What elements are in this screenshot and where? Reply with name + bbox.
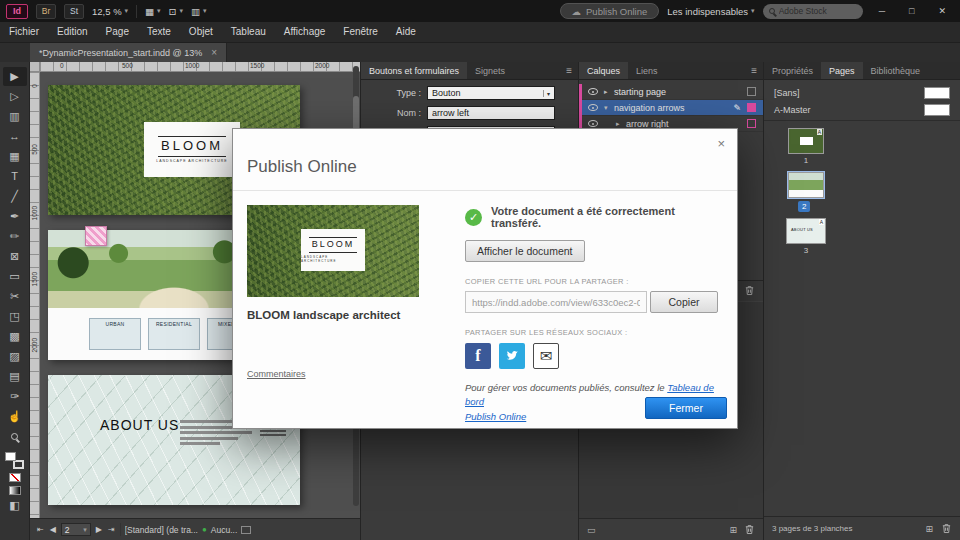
master-thumbnail[interactable] (924, 87, 950, 99)
menu-page[interactable]: Page (97, 22, 138, 42)
trash-icon[interactable] (941, 523, 952, 534)
new-page-icon[interactable]: ⊞ (925, 524, 933, 534)
fermer-button[interactable]: Fermer (645, 397, 727, 419)
share-url-input[interactable] (472, 293, 640, 313)
trash-icon[interactable] (744, 524, 755, 535)
rectangle-frame-tool[interactable]: ⊠ (3, 247, 27, 266)
layer-row-starting-page[interactable]: ▸ starting page (579, 84, 763, 100)
menu-edition[interactable]: Edition (48, 22, 97, 42)
document-layout-dropdown[interactable]: ▥ ▾ (191, 6, 207, 17)
adobe-stock-search[interactable] (763, 4, 863, 19)
eyedropper-tool[interactable]: ✑ (3, 387, 27, 406)
next-page-button[interactable]: ▶ (95, 525, 103, 534)
screen-mode-dropdown[interactable]: ⊡ ▾ (169, 6, 183, 17)
vertical-ruler[interactable]: 0 500 1000 1500 2000 (30, 72, 40, 518)
pen-tool[interactable]: ✒ (3, 207, 27, 226)
visibility-eye-icon[interactable] (588, 104, 598, 111)
direct-selection-tool[interactable]: ▷ (3, 87, 27, 106)
free-transform-tool[interactable]: ◳ (3, 307, 27, 326)
master-thumbnail[interactable] (924, 104, 950, 116)
bridge-button[interactable]: Br (36, 4, 56, 19)
fill-swatch[interactable] (5, 452, 16, 461)
copy-url-button[interactable]: Copier (650, 291, 718, 313)
type-dropdown[interactable]: Bouton ▾ (427, 86, 555, 100)
panel-menu-icon[interactable]: ≡ (560, 62, 578, 79)
email-share-button[interactable]: ✉ (533, 343, 559, 369)
zoom-tool[interactable] (3, 427, 27, 446)
stroke-swatch[interactable] (13, 460, 24, 469)
stock-button[interactable]: St (64, 4, 84, 19)
line-tool[interactable]: ╱ (3, 187, 27, 206)
visibility-eye-icon[interactable] (588, 88, 598, 95)
selection-proxy[interactable] (747, 103, 756, 112)
tab-proprietes[interactable]: Propriétés (764, 62, 821, 79)
fill-stroke-swatches[interactable] (5, 452, 24, 469)
hand-tool[interactable]: ☝ (3, 407, 27, 426)
flower-image-snippet[interactable] (85, 226, 107, 246)
page-2-thumbnail[interactable] (788, 172, 824, 198)
selection-tool[interactable]: ▶ (3, 67, 27, 86)
view-options-dropdown[interactable]: ▦ ▾ (145, 6, 161, 17)
gap-tool[interactable]: ↔ (3, 127, 27, 146)
facebook-share-button[interactable]: f (465, 343, 491, 369)
tab-boutons-et-formulaires[interactable]: Boutons et formulaires (361, 62, 467, 79)
selection-proxy[interactable] (747, 119, 756, 128)
panel-menu-icon[interactable]: ≡ (745, 62, 763, 79)
comments-link[interactable]: Commentaires (247, 369, 306, 379)
menu-fenetre[interactable]: Fenêtre (334, 22, 386, 42)
page-3-number[interactable]: 3 (788, 246, 824, 255)
menu-texte[interactable]: Texte (138, 22, 180, 42)
page-tool[interactable]: ▥ (3, 107, 27, 126)
ruler-origin[interactable] (30, 62, 40, 72)
type-tool[interactable]: T (3, 167, 27, 186)
rectangle-tool[interactable]: ▭ (3, 267, 27, 286)
page-number-field[interactable]: 2 ▾ (61, 523, 91, 536)
stock-search-input[interactable] (779, 6, 857, 16)
window-close-button[interactable]: ✕ (930, 6, 954, 16)
new-item-icon[interactable]: ⊞ (729, 525, 737, 535)
close-tab-icon[interactable]: × (211, 47, 217, 58)
tab-liens[interactable]: Liens (628, 62, 666, 79)
document-tab[interactable]: *DynamicPresentation_start.indd @ 13% × (30, 43, 227, 62)
previous-page-button[interactable]: ◀ (49, 525, 57, 534)
menu-fichier[interactable]: Fichier (0, 22, 48, 42)
visibility-eye-icon[interactable] (588, 120, 598, 127)
page-1-thumbnail[interactable]: A (788, 128, 824, 154)
twitter-share-button[interactable] (499, 343, 525, 369)
gradient-tool[interactable]: ▩ (3, 327, 27, 346)
window-maximize-button[interactable]: □ (901, 6, 922, 16)
expander-icon[interactable]: ▸ (616, 120, 626, 128)
layer-row-navigation-arrows[interactable]: ▾ navigation arrows ✎ (579, 100, 763, 116)
expander-icon[interactable]: ▾ (604, 104, 614, 112)
screen-mode-button[interactable]: ◧ (3, 496, 27, 515)
note-tool[interactable]: ▤ (3, 367, 27, 386)
publish-online-link[interactable]: Publish Online (465, 411, 526, 422)
none-swatch[interactable] (9, 473, 21, 482)
first-page-button[interactable]: ⇤ (36, 525, 45, 534)
menu-affichage[interactable]: Affichage (275, 22, 335, 42)
workspace-switcher[interactable]: Les indispensables ▾ (667, 6, 754, 17)
last-page-button[interactable]: ⇥ (107, 525, 116, 534)
scissors-tool[interactable]: ✂ (3, 287, 27, 306)
menu-objet[interactable]: Objet (180, 22, 222, 42)
publish-online-toolbar-button[interactable]: ☁ Publish Online (560, 3, 660, 19)
view-document-button[interactable]: Afficher le document (465, 240, 585, 262)
preflight-menu-box[interactable] (241, 526, 251, 534)
window-minimize-button[interactable]: ─ (871, 6, 893, 16)
expander-icon[interactable]: ▸ (604, 88, 614, 96)
dialog-close-icon[interactable]: × (717, 136, 725, 151)
zoom-level-dropdown[interactable]: 12,5 % ▾ (92, 6, 128, 17)
preflight-status-text[interactable]: Aucu... (211, 525, 237, 535)
tab-signets[interactable]: Signets (467, 62, 513, 79)
gradient-feather-tool[interactable]: ▨ (3, 347, 27, 366)
menu-aide[interactable]: Aide (387, 22, 425, 42)
gradient-swatch[interactable] (9, 486, 21, 495)
tab-pages[interactable]: Pages (821, 62, 863, 79)
preflight-profile[interactable]: [Standard] (de tra... (125, 525, 198, 535)
horizontal-ruler[interactable]: 0 500 1000 1500 2000 (40, 62, 360, 72)
selection-proxy[interactable] (747, 87, 756, 96)
tab-calques[interactable]: Calques (579, 62, 628, 79)
pencil-tool[interactable]: ✏ (3, 227, 27, 246)
page-2-number-selected[interactable]: 2 (798, 201, 810, 212)
trash-icon[interactable] (744, 285, 755, 296)
